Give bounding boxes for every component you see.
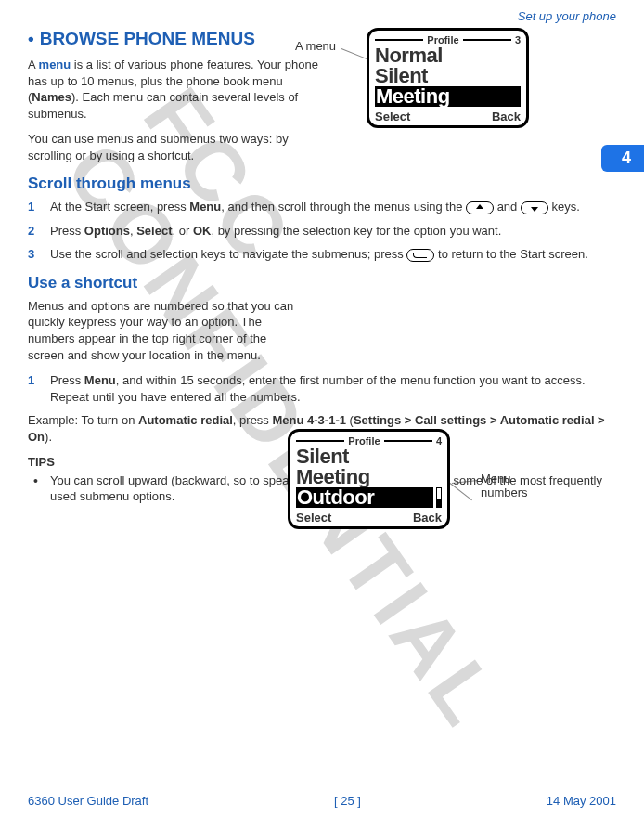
up-key-icon: [466, 201, 494, 214]
scroll-steps: 1 At the Start screen, press Menu, and t…: [28, 199, 616, 263]
chapter-tab: 4: [601, 145, 644, 172]
figure-profile-2: Profile 4 Silent Meeting Outdoor Select …: [288, 429, 450, 529]
phone1-softkey-back: Back: [492, 110, 521, 123]
phone1-item-normal: Normal: [375, 45, 521, 66]
down-key-icon: [521, 201, 548, 214]
scroll-step-2: 2 Press Options, Select, or OK, by press…: [28, 223, 616, 240]
shortcut-step-1: 1 Press Menu, and within 15 seconds, ent…: [28, 372, 616, 405]
scroll-step-1: 1 At the Start screen, press Menu, and t…: [28, 199, 616, 215]
menu-term: menu: [39, 58, 71, 71]
figure-profile-1: Profile 3 Normal Silent Meeting Select B…: [367, 28, 529, 128]
phone2-item-outdoor: Outdoor: [296, 487, 442, 508]
phone-screen-1: Profile 3 Normal Silent Meeting Select B…: [367, 28, 529, 128]
running-head: Set up your phone: [28, 9, 616, 23]
page-content: Set up your phone Profile 3 Normal Silen…: [0, 0, 644, 505]
phone1-softkey-select: Select: [375, 110, 410, 123]
phone1-item-meeting: Meeting: [375, 86, 521, 107]
bullet-icon: •: [28, 29, 34, 48]
phone2-softkey-back: Back: [413, 511, 442, 525]
phone2-item-meeting: Meeting: [296, 467, 442, 487]
footer-left: 6360 User Guide Draft: [28, 794, 148, 808]
phone2-number: 4: [432, 435, 442, 447]
shortcut-heading: Use a shortcut: [28, 274, 616, 292]
phone-screen-2: Profile 4 Silent Meeting Outdoor Select …: [288, 429, 450, 529]
scroll-step-3: 3 Use the scroll and selection keys to n…: [28, 246, 616, 263]
page-footer: 6360 User Guide Draft [ 25 ] 14 May 2001: [0, 794, 644, 808]
end-key-icon: [406, 249, 434, 262]
callout-a-menu: A menu: [295, 39, 336, 53]
phone1-item-silent: Silent: [375, 66, 521, 86]
shortcut-steps: 1 Press Menu, and within 15 seconds, ent…: [28, 372, 616, 405]
footer-date: 14 May 2001: [547, 794, 616, 808]
footer-page-number: [ 25 ]: [334, 794, 361, 808]
phone2-item-silent: Silent: [296, 447, 442, 467]
phone2-title: Profile: [344, 435, 383, 447]
phone1-number: 3: [511, 34, 521, 45]
scrollbar-icon: [436, 487, 442, 508]
phone2-softkey-select: Select: [296, 511, 331, 525]
scroll-heading: Scroll through menus: [28, 175, 616, 193]
intro-paragraph-1: A menu is a list of various phone featur…: [28, 57, 325, 122]
intro-paragraph-2: You can use menus and submenus two ways:…: [28, 131, 325, 163]
shortcut-intro: Menus and options are numbered so that y…: [28, 298, 302, 363]
